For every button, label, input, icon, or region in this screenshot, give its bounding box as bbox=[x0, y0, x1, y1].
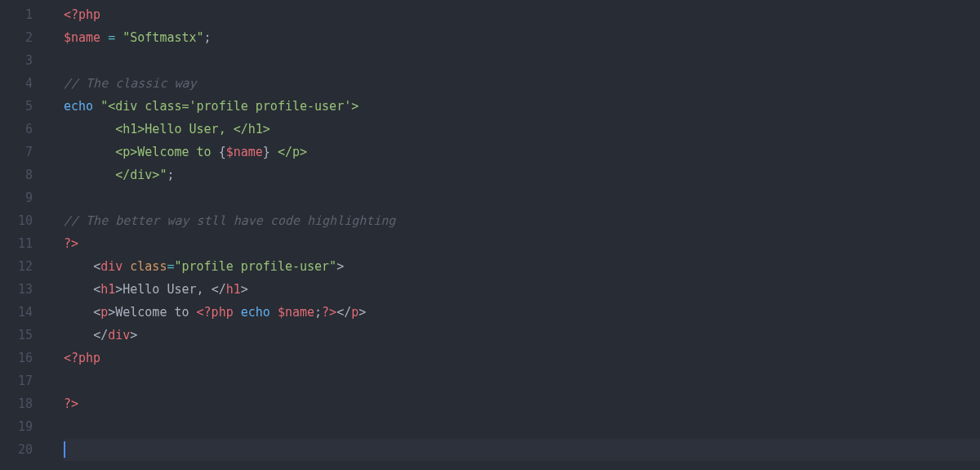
token: Hello User, bbox=[122, 282, 211, 297]
line-number: 19 bbox=[0, 415, 33, 438]
token: $name bbox=[64, 30, 100, 45]
token bbox=[234, 305, 241, 320]
token: "Softmastx" bbox=[122, 30, 203, 45]
token: ; bbox=[314, 305, 322, 320]
token bbox=[64, 305, 93, 320]
code-line[interactable] bbox=[64, 438, 980, 461]
line-number: 5 bbox=[0, 95, 33, 118]
token: <h1>Hello User, </h1> bbox=[64, 122, 270, 137]
line-number: 1 bbox=[0, 3, 33, 26]
token: > bbox=[241, 282, 248, 297]
code-line[interactable] bbox=[64, 369, 980, 392]
code-line[interactable]: <?php bbox=[64, 347, 980, 369]
line-number: 15 bbox=[0, 324, 33, 347]
token bbox=[64, 328, 93, 342]
token: < bbox=[93, 259, 100, 274]
token bbox=[115, 30, 122, 45]
code-line[interactable] bbox=[64, 186, 980, 209]
token: "profile profile-user" bbox=[174, 259, 336, 274]
token: > bbox=[115, 282, 122, 297]
code-line[interactable]: ?> bbox=[64, 392, 980, 415]
token: h1 bbox=[100, 282, 115, 297]
token: div bbox=[108, 328, 130, 342]
line-number: 14 bbox=[0, 301, 33, 324]
token: echo bbox=[241, 305, 270, 320]
code-line[interactable]: <p>Welcome to {$name} </p> bbox=[64, 141, 980, 163]
token: > bbox=[336, 259, 344, 274]
token bbox=[93, 99, 100, 114]
code-line[interactable]: <h1>Hello User, </h1> bbox=[64, 278, 980, 301]
token: $name bbox=[226, 145, 263, 159]
code-line[interactable]: // The classic way bbox=[64, 72, 980, 95]
token: ; bbox=[167, 168, 174, 182]
code-editor[interactable]: 1234567891011121314151617181920 <?php$na… bbox=[0, 0, 980, 470]
code-line[interactable]: <?php bbox=[64, 3, 980, 26]
token: ?> bbox=[64, 236, 78, 251]
line-number: 2 bbox=[0, 26, 33, 49]
token bbox=[270, 305, 278, 320]
code-line[interactable]: echo "<div class='profile profile-user'> bbox=[64, 95, 980, 118]
token: // The classic way bbox=[64, 76, 197, 91]
code-line[interactable] bbox=[64, 49, 980, 72]
token: ; bbox=[204, 30, 212, 45]
token: </div>" bbox=[64, 168, 167, 182]
token: > bbox=[359, 305, 366, 320]
token: <?php bbox=[64, 7, 100, 22]
line-number: 7 bbox=[0, 141, 33, 163]
token bbox=[64, 259, 93, 274]
line-number: 9 bbox=[0, 186, 33, 209]
token: Welcome to bbox=[115, 305, 196, 320]
line-number: 13 bbox=[0, 278, 33, 301]
code-line[interactable]: </div> bbox=[64, 324, 980, 347]
token: // The better way stll have code highlig… bbox=[64, 213, 395, 228]
token: echo bbox=[64, 99, 93, 114]
token: < bbox=[93, 282, 100, 297]
line-number: 18 bbox=[0, 392, 33, 415]
token: class bbox=[130, 259, 167, 274]
code-area[interactable]: <?php$name = "Softmastx";// The classic … bbox=[47, 0, 980, 470]
token: p bbox=[351, 305, 359, 320]
token: h1 bbox=[226, 282, 241, 297]
token: > bbox=[108, 305, 115, 320]
line-number: 10 bbox=[0, 209, 33, 232]
cursor bbox=[64, 441, 65, 458]
line-number: 20 bbox=[0, 438, 33, 461]
token bbox=[100, 30, 108, 45]
token bbox=[64, 282, 93, 297]
code-line[interactable]: // The better way stll have code highlig… bbox=[64, 209, 980, 232]
token: </ bbox=[212, 282, 226, 297]
token bbox=[122, 259, 130, 274]
token: "<div class='profile profile-user'> bbox=[100, 99, 359, 114]
code-line[interactable]: ?> bbox=[64, 232, 980, 255]
token: } bbox=[263, 145, 270, 159]
token: $name bbox=[278, 305, 314, 320]
line-number: 11 bbox=[0, 232, 33, 255]
line-number: 4 bbox=[0, 72, 33, 95]
token: <?php bbox=[64, 351, 100, 365]
line-number: 12 bbox=[0, 255, 33, 278]
token: <p>Welcome to bbox=[64, 145, 219, 159]
token: > bbox=[130, 328, 137, 342]
code-line[interactable] bbox=[64, 415, 980, 438]
code-line[interactable]: </div>"; bbox=[64, 163, 980, 186]
token: { bbox=[219, 145, 226, 159]
token: p bbox=[100, 305, 108, 320]
line-number: 17 bbox=[0, 369, 33, 392]
token: <?php bbox=[197, 305, 234, 320]
line-number-gutter: 1234567891011121314151617181920 bbox=[0, 0, 47, 470]
code-line[interactable]: <p>Welcome to <?php echo $name;?></p> bbox=[64, 301, 980, 324]
token: ?> bbox=[322, 305, 336, 320]
token: < bbox=[93, 305, 100, 320]
line-number: 8 bbox=[0, 163, 33, 186]
code-line[interactable]: <div class="profile profile-user"> bbox=[64, 255, 980, 278]
line-number: 16 bbox=[0, 347, 33, 369]
code-line[interactable]: $name = "Softmastx"; bbox=[64, 26, 980, 49]
token: ?> bbox=[64, 396, 78, 411]
token: = bbox=[108, 30, 115, 45]
token: </ bbox=[93, 328, 108, 342]
line-number: 6 bbox=[0, 118, 33, 141]
token: </ bbox=[336, 305, 351, 320]
line-number: 3 bbox=[0, 49, 33, 72]
token: </p> bbox=[270, 145, 307, 159]
code-line[interactable]: <h1>Hello User, </h1> bbox=[64, 118, 980, 141]
